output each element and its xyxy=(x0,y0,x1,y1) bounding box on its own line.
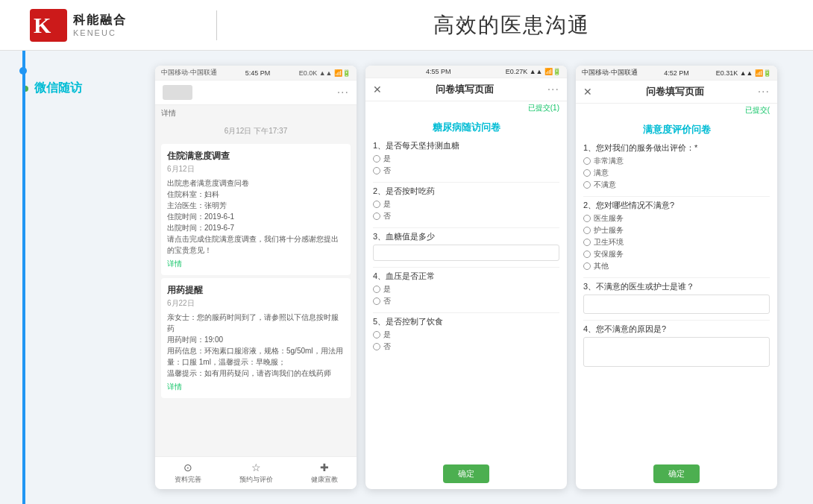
q2-separator-1 xyxy=(373,182,559,183)
q3-1: 1、您对我们的服务做出评价：* 非常满意 满意 不满意 xyxy=(583,142,770,190)
q3-2-option-hygiene[interactable]: 卫生环境 xyxy=(583,237,770,248)
q2-5-option-no[interactable]: 否 xyxy=(373,341,559,352)
phone2-questions: 1、是否每天坚持测血糖 是 否 2、是否按时吃药 是 否 3、血糖值是多少 xyxy=(365,140,567,459)
sidebar-label: 微信随访 xyxy=(34,81,82,96)
q3-4: 4、您不满意的原因是? xyxy=(583,324,770,367)
q2-3-input[interactable] xyxy=(373,245,559,261)
phone1-menu-dots[interactable]: ··· xyxy=(337,86,349,99)
phone3-submitted-label: 已提交( xyxy=(745,105,770,116)
tab-profile[interactable]: ⊙ 资料完善 xyxy=(175,462,201,485)
logo-chinese: 科能融合 xyxy=(73,13,127,28)
phone1-status-bar: 中国移动·中国联通 5:45 PM E0.0K ▲▲ 📶🔋 xyxy=(155,66,357,81)
logo-english: KENEUC xyxy=(73,28,127,37)
phone2-signal: E0.27K ▲▲ 📶🔋 xyxy=(506,68,561,75)
q2-1-option-yes[interactable]: 是 xyxy=(373,154,559,164)
q2-1: 1、是否每天坚持测血糖 是 否 xyxy=(373,140,559,176)
q3-3-input[interactable] xyxy=(583,294,770,314)
phone2-nav-title: 问卷填写页面 xyxy=(436,83,494,96)
q3-1-option-unsatisfied[interactable]: 不满意 xyxy=(583,180,770,190)
card1-body: 出院患者满意度调查问卷 住院科室：妇科 主治医生：张明芳 住院时间：2019-6… xyxy=(167,177,345,256)
phone1-content: 详情 6月12日 下午17:37 住院满意度调查 6月12日 出院患者满意度调查… xyxy=(155,105,357,456)
card2-date: 6月22日 xyxy=(167,298,345,309)
sidebar: 微信随访 xyxy=(22,66,127,489)
header-divider xyxy=(216,10,217,40)
logo-text: 科能融合 KENEUC xyxy=(73,13,127,37)
satisfaction-survey-card[interactable]: 住院满意度调查 6月12日 出院患者满意度调查问卷 住院科室：妇科 主治医生：张… xyxy=(161,144,351,275)
q3-2-option-nurse[interactable]: 护士服务 xyxy=(583,225,770,236)
tab-health[interactable]: ✚ 健康宣教 xyxy=(311,462,338,485)
phone2-close-button[interactable]: ✕ xyxy=(373,84,382,95)
phone2-submitted-area: 已提交(1) xyxy=(365,101,567,115)
q2-1-option-no[interactable]: 否 xyxy=(373,166,559,176)
q2-2-option-no[interactable]: 否 xyxy=(373,211,559,221)
phones-area: 中国移动·中国联通 5:45 PM E0.0K ▲▲ 📶🔋 ··· 详情 6月1… xyxy=(142,66,791,489)
phone3-carrier: 中国移动·中国联通 xyxy=(582,68,638,78)
q2-separator-3 xyxy=(373,267,559,268)
phone3-questionnaire-title: 满意度评价问卷 xyxy=(576,117,777,142)
main-content: 微信随访 中国移动·中国联通 5:45 PM E0.0K ▲▲ 📶🔋 ··· 详… xyxy=(0,51,813,504)
phone3-questions: 1、您对我们的服务做出评价：* 非常满意 满意 不满意 2、您对哪些情况不满意?… xyxy=(576,142,777,459)
phone-3: 中国移动·中国联通 4:52 PM E0.31K ▲▲ 📶🔋 ✕ 问卷填写页面 … xyxy=(576,66,777,489)
phone1-nav: ··· xyxy=(155,81,357,105)
phone3-close-button[interactable]: ✕ xyxy=(583,86,592,98)
phone1-signal: E0.0K ▲▲ 📶🔋 xyxy=(299,69,351,77)
phone-1: 中国移动·中国联通 5:45 PM E0.0K ▲▲ 📶🔋 ··· 详情 6月1… xyxy=(155,66,357,489)
phone1-detail-link[interactable]: 详情 xyxy=(155,105,357,122)
q3-separator-1 xyxy=(583,196,770,197)
q3-1-option-satisfied[interactable]: 满意 xyxy=(583,168,770,178)
q2-2-option-yes[interactable]: 是 xyxy=(373,199,559,210)
phone2-questionnaire-title: 糖尿病随访问卷 xyxy=(365,115,567,140)
q3-2-option-doctor[interactable]: 医生服务 xyxy=(583,213,770,224)
phone3-nav: ✕ 问卷填写页面 ··· xyxy=(576,81,777,104)
q2-5: 5、是否控制了饮食 是 否 xyxy=(373,316,559,352)
card1-date: 6月12日 xyxy=(167,164,345,174)
phone1-bottom-nav: ⊙ 资料完善 ☆ 预约与评价 ✚ 健康宣教 xyxy=(155,456,357,489)
card2-title: 用药提醒 xyxy=(167,284,345,297)
phone3-nav-title: 问卷填写页面 xyxy=(646,85,704,98)
q2-5-option-yes[interactable]: 是 xyxy=(373,330,559,340)
q2-2: 2、是否按时吃药 是 否 xyxy=(373,186,559,221)
q3-2: 2、您对哪些情况不满意? 医生服务 护士服务 卫生环境 安保服务 其他 xyxy=(583,200,770,271)
phone-2: 4:55 PM E0.27K ▲▲ 📶🔋 ✕ 问卷填写页面 ··· 已提交(1)… xyxy=(365,66,567,489)
card1-title: 住院满意度调查 xyxy=(167,150,345,163)
phone2-submitted-label: 已提交(1) xyxy=(528,103,559,113)
phone1-time: 5:45 PM xyxy=(245,69,271,77)
q3-separator-3 xyxy=(583,320,770,321)
header: K 科能融合 KENEUC 高效的医患沟通 xyxy=(0,0,813,51)
q3-separator-2 xyxy=(583,277,770,278)
q2-3: 3、血糖值是多少 xyxy=(373,231,559,261)
phone1-carrier: 中国移动·中国联通 xyxy=(161,68,217,78)
phone3-menu-dots[interactable]: ··· xyxy=(758,85,770,98)
q2-4-option-yes[interactable]: 是 xyxy=(373,284,559,294)
phone2-time: 4:55 PM xyxy=(426,68,451,75)
q2-4-option-no[interactable]: 否 xyxy=(373,296,559,306)
q2-separator-4 xyxy=(373,312,559,313)
q3-4-textarea[interactable] xyxy=(583,337,770,367)
phone2-menu-dots[interactable]: ··· xyxy=(547,83,559,96)
phone2-nav: ✕ 问卷填写页面 ··· xyxy=(365,78,567,101)
q3-2-option-other[interactable]: 其他 xyxy=(583,261,770,271)
phone1-avatar xyxy=(163,85,192,100)
phone3-status-bar: 中国移动·中国联通 4:52 PM E0.31K ▲▲ 📶🔋 xyxy=(576,66,777,81)
q3-1-option-very-satisfied[interactable]: 非常满意 xyxy=(583,156,770,166)
svg-text:K: K xyxy=(34,13,51,37)
q2-4: 4、血压是否正常 是 否 xyxy=(373,271,559,306)
phone2-status-bar: 4:55 PM E0.27K ▲▲ 📶🔋 xyxy=(365,66,567,78)
logo-area: K 科能融合 KENEUC xyxy=(30,9,194,42)
card1-link[interactable]: 详情 xyxy=(167,259,345,269)
page-title: 高效的医患沟通 xyxy=(239,11,783,40)
phone2-confirm-button[interactable]: 确定 xyxy=(443,464,489,483)
card2-body: 亲女士：您的服药时间到了，请参照以下信息按时服药 用药时间：19:00 用药信息… xyxy=(167,312,345,379)
q3-2-option-security[interactable]: 安保服务 xyxy=(583,249,770,259)
tab-appointment[interactable]: ☆ 预约与评价 xyxy=(239,462,273,485)
blue-dot xyxy=(19,67,27,75)
phone1-date: 6月12日 下午17:37 xyxy=(155,122,357,141)
phone3-confirm-button[interactable]: 确定 xyxy=(653,464,700,483)
phone3-signal: E0.31K ▲▲ 📶🔋 xyxy=(716,69,771,77)
logo-icon: K xyxy=(30,9,67,42)
q3-3: 3、不满意的医生或护士是谁？ xyxy=(583,281,770,314)
phone3-time: 4:52 PM xyxy=(664,69,689,77)
q2-separator-2 xyxy=(373,227,559,228)
medication-reminder-card[interactable]: 用药提醒 6月22日 亲女士：您的服药时间到了，请参照以下信息按时服药 用药时间… xyxy=(161,278,351,398)
card2-link[interactable]: 详情 xyxy=(167,382,345,392)
